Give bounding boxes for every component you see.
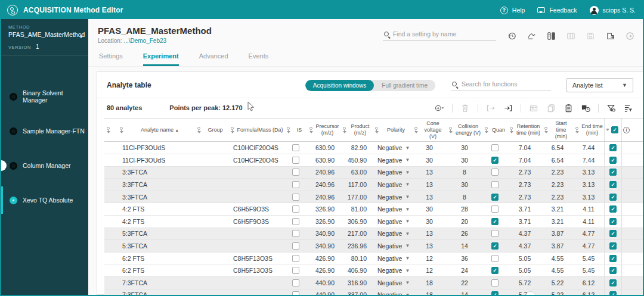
tab-events[interactable]: Events [249,52,269,66]
cell-end[interactable]: 5.45 [573,264,604,276]
quan-checkbox[interactable] [491,255,499,262]
cell-end[interactable]: 3.13 [573,191,604,203]
filter-settings-icon[interactable] [606,103,616,113]
cell-start[interactable]: 6.54 [542,154,573,166]
cell-polarity[interactable]: Negative▼ [373,228,412,240]
cell-end[interactable]: 6.12 [573,277,604,289]
display-settings-icon[interactable] [529,103,538,113]
feedback-link[interactable]: Feedback [549,7,577,14]
cell-is[interactable] [284,289,307,296]
cell-start[interactable]: 2.23 [542,191,573,203]
cell-quan[interactable] [482,179,507,191]
cell-product[interactable]: 236.96 [340,240,373,252]
is-checkbox[interactable] [292,242,299,250]
feedback-icon[interactable] [537,7,545,13]
row-select-checkbox[interactable] [609,279,617,286]
user-name[interactable]: sciops S. S. [603,7,636,14]
cell-end[interactable]: 4.11 [573,216,604,228]
cell-quan[interactable] [482,228,507,240]
cell-formula[interactable]: C6H5F9O3S [228,216,284,228]
quan-checkbox[interactable] [491,144,499,151]
cell-sel[interactable] [604,228,622,240]
cell-product[interactable]: 81.00 [340,203,373,215]
cell-formula[interactable] [228,167,284,179]
cell-start[interactable]: 4.55 [542,264,573,276]
row-select-checkbox[interactable] [609,181,617,188]
cell-precursor[interactable]: 326.90 [307,216,340,228]
cell-product[interactable]: 450.90 [340,154,373,166]
import-function-icon[interactable] [503,103,513,113]
cell-product[interactable]: 306.90 [340,216,373,228]
cell-product[interactable]: 177.00 [340,191,373,203]
cell-rt[interactable]: 2.73 [507,179,542,191]
cell-is[interactable] [284,167,307,179]
sidebar-item-column-manager[interactable]: Column Manager [1,148,88,183]
cell-quan[interactable] [482,191,507,203]
cell-name[interactable]: 6:2 FTS [117,264,195,276]
cell-precursor[interactable]: 240.96 [307,191,340,203]
cell-name[interactable]: 4:2 FTS [117,203,195,215]
cell-end[interactable]: 5.45 [573,253,604,264]
cell-start[interactable]: 5.22 [542,277,573,289]
cell-is[interactable] [284,142,307,154]
cell-polarity[interactable]: Negative▼ [373,216,412,228]
cell-precursor[interactable]: 240.96 [307,167,340,179]
cell-is[interactable] [284,179,307,191]
cell-quan[interactable] [482,203,507,215]
cell-name[interactable]: 6:2 FTS [117,253,195,264]
column-header-sel[interactable] [604,119,622,141]
cell-end[interactable]: 4.11 [573,203,604,215]
cell-sel[interactable] [604,253,622,264]
cell-group[interactable] [195,167,228,179]
cell-cone[interactable]: 13 [412,240,447,252]
cell-ce[interactable]: 30 [447,154,482,166]
cell-sel[interactable] [604,240,622,252]
quan-checkbox[interactable] [491,230,499,237]
quan-checkbox[interactable] [491,291,499,296]
quan-checkbox[interactable] [491,267,499,274]
cell-cone[interactable]: 30 [412,142,447,154]
cell-polarity[interactable]: Negative▼ [373,289,412,296]
cell-formula[interactable]: C10HClF20O4S [228,154,284,166]
pin-icon[interactable] [485,127,488,130]
sidebar-item-sample-manager-ftn[interactable]: Sample Manager-FTN [1,114,88,148]
cell-is[interactable] [284,154,307,166]
row-select-checkbox[interactable] [609,242,617,250]
cell-polarity[interactable]: Negative▼ [373,142,412,154]
cell-group[interactable] [195,216,228,228]
pin-icon[interactable] [510,127,513,130]
cell-formula[interactable]: C8H5F13O3S [228,253,284,264]
cell-cone[interactable]: 30 [412,203,447,215]
save-as-icon[interactable] [605,31,615,40]
compare-methods-icon[interactable] [546,31,556,40]
cell-rt[interactable]: 2.73 [507,167,542,179]
cell-cone[interactable]: 12 [412,253,447,264]
cell-cone[interactable]: 18 [412,277,447,289]
pin-icon[interactable] [544,127,547,130]
cell-precursor[interactable]: 630.90 [307,142,340,154]
pin-icon[interactable] [414,127,417,130]
row-select-checkbox[interactable] [609,291,617,296]
cell-product[interactable]: 337.00 [340,289,373,296]
cell-formula[interactable]: C10HClF20O4S [228,142,284,154]
column-header-cone[interactable]: Cone voltage (V) [412,119,447,141]
cell-is[interactable] [284,277,307,289]
pin-icon[interactable] [343,127,346,130]
delete-icon[interactable] [460,103,470,113]
cell-group[interactable] [195,203,228,215]
cell-ce[interactable]: 20 [447,216,482,228]
quan-checkbox[interactable] [491,218,499,225]
column-header-precursor[interactable]: Precursor (m/z) [307,119,340,141]
sidebar-item-binary-solvent-manager[interactable]: Binary Solvent Manager [1,79,88,114]
cell-formula[interactable]: C8H5F13O3S [228,264,284,276]
cell-end[interactable]: 7.44 [573,142,604,154]
cell-end[interactable]: 4.77 [573,228,604,240]
cell-group[interactable] [195,240,228,252]
row-select-checkbox[interactable] [609,255,617,262]
cell-rt[interactable]: 5.72 [507,277,542,289]
is-checkbox[interactable] [292,169,299,176]
cell-ce[interactable]: 22 [447,277,482,289]
comment-history-icon[interactable] [581,103,590,113]
cell-ce[interactable]: 30 [447,179,482,191]
row-select-checkbox[interactable] [609,218,617,225]
